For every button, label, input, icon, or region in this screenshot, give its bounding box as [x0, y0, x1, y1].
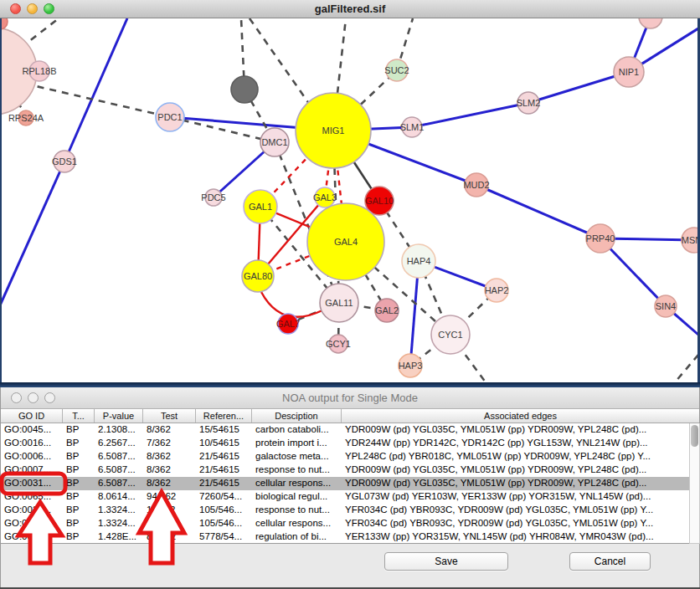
column-header-referen-[interactable]: Referen...	[196, 409, 252, 423]
table-cell: GO:0006...	[1, 450, 63, 464]
table-cell: 7260/54...	[196, 490, 252, 504]
network-edge	[528, 72, 629, 103]
table-cell: BP	[63, 450, 95, 464]
table-cell: GO:0007...	[1, 464, 63, 477]
table-row[interactable]: GO:0050...BP1.428E...80/3625778/54...reg…	[1, 530, 689, 544]
table-row[interactable]: GO:0031...BP1.3324...11/362105/546...cel…	[1, 517, 689, 530]
table-cell: YDR009W (pd) YGL035C, YML051W (pp) YDR00…	[342, 477, 689, 490]
network-node-corner-top-left[interactable]	[2, 18, 8, 29]
table-cell: YFR034C (pd) YBR093C, YDR009W (pd) YGL03…	[342, 517, 689, 530]
table-cell: carbon cataboli...	[252, 423, 342, 437]
node-label-gal2: GAL2	[375, 305, 399, 315]
node-label-mud2: MUD2	[463, 180, 489, 190]
node-label-gal3: GAL3	[313, 192, 337, 202]
column-header-p-value[interactable]: P-value	[95, 409, 143, 423]
table-cell: GO:0031...	[1, 517, 63, 530]
column-header-t-[interactable]: T...	[63, 409, 95, 423]
node-label-rpl18b: RPL18B	[23, 66, 57, 76]
table-cell: 6.2567...	[95, 437, 143, 450]
table-cell: 2.1308...	[95, 423, 143, 437]
node-label-slm2: SLM2	[517, 98, 541, 108]
table-cell: YER133W (pp) YOR315W, YNL145W (pd) YHR08…	[342, 530, 689, 544]
save-button[interactable]: Save	[384, 552, 508, 571]
network-edge	[675, 355, 697, 382]
table-cell: YFR034C (pd) YBR093C, YDR009W (pd) YGL03…	[342, 504, 689, 517]
node-label-rps24a: RPS24A	[8, 113, 44, 123]
table-cell: YDR244W (pp) YDR142C, YDR142C (pp) YGL15…	[342, 437, 689, 450]
table-cell: 15/54615	[196, 423, 252, 437]
table-cell: 11/362	[143, 504, 196, 517]
table-cell: GO:0031...	[1, 504, 63, 517]
table-row[interactable]: GO:0016...BP6.2567...7/36210/54615protei…	[1, 437, 689, 450]
main-window-titlebar: galFiltered.sif	[0, 0, 700, 18]
network-node-gray-node[interactable]	[231, 76, 258, 103]
table-cell: response to nut...	[252, 464, 342, 477]
column-header-test[interactable]: Test	[143, 409, 196, 423]
table-cell: cellular respons...	[252, 477, 342, 490]
table-row[interactable]: GO:0007...BP6.5087...8/36221/54615respon…	[1, 464, 689, 477]
node-label-gal80: GAL80	[244, 271, 272, 281]
table-row[interactable]: GO:0031...BP6.5087...8/36221/54615cellul…	[1, 477, 689, 490]
node-label-hap2: HAP2	[485, 285, 509, 295]
network-canvas[interactable]: RPL18BRPS24AGDS1PDC1PDC5DMC1MIG1SUC2SLM1…	[0, 18, 700, 382]
node-label-msn5: MSN5	[682, 235, 697, 245]
table-cell: cellular respons...	[252, 517, 342, 530]
table-cell: YDR009W (pd) YGL035C, YML051W (pp) YDR00…	[342, 464, 689, 477]
table-row[interactable]: GO:0045...BP2.1308...8/36215/54615carbon…	[1, 423, 689, 437]
cancel-button[interactable]: Cancel	[569, 552, 651, 571]
table-cell: 8/362	[143, 477, 196, 490]
network-node-top-pink[interactable]	[639, 18, 662, 28]
node-label-dmc1: DMC1	[261, 137, 287, 147]
table-cell: BP	[63, 530, 95, 544]
table-cell: 5778/54...	[196, 530, 252, 544]
network-edge	[250, 18, 311, 107]
network-edge	[261, 292, 322, 317]
vertical-scrollbar[interactable]	[689, 423, 700, 544]
table-cell: 6.5087...	[95, 464, 143, 477]
table-cell: GO:0065...	[1, 490, 63, 504]
table-cell: biological regul...	[252, 490, 342, 504]
table-row[interactable]: GO:0031...BP1.3324...11/362105/546...res…	[1, 504, 689, 517]
table-cell: 94/362	[143, 490, 196, 504]
network-edge	[412, 103, 528, 127]
table-cell: GO:0016...	[1, 437, 63, 450]
table-cell: YPL248C (pd) YBR018C, YML051W (pp) YDR00…	[342, 450, 689, 464]
table-cell: 11/362	[143, 517, 196, 530]
node-label-gds1: GDS1	[52, 156, 77, 166]
results-table[interactable]: GO:0045...BP2.1308...8/36215/54615carbon…	[1, 423, 689, 544]
results-table-header[interactable]: GO IDT...P-valueTestReferen...Desciption…	[1, 409, 699, 423]
table-row[interactable]: GO:0006...BP6.5087...8/36221/54615galact…	[1, 450, 689, 464]
column-header-desciption[interactable]: Desciption	[252, 409, 342, 423]
table-row[interactable]: GO:0065...BP8.0614...94/3627260/54...bio…	[1, 490, 689, 504]
table-cell: GO:0045...	[1, 423, 63, 437]
table-cell: 1.428E...	[95, 530, 143, 544]
table-cell: BP	[63, 517, 95, 530]
network-edge	[476, 185, 600, 238]
noa-window-title: NOA output for Single Mode	[1, 392, 699, 404]
table-cell: GO:0050...	[1, 530, 63, 544]
node-label-mig1: MIG1	[322, 125, 345, 136]
table-cell: 6.5087...	[95, 477, 143, 490]
table-cell: BP	[63, 477, 95, 490]
node-label-pdc1: PDC1	[157, 112, 182, 122]
table-cell: 6.5087...	[95, 450, 143, 464]
node-label-gal11: GAL11	[325, 298, 353, 308]
column-header-associated-edges[interactable]: Associated edges	[342, 409, 699, 423]
table-cell: 1.3324...	[95, 504, 143, 517]
main-window-title: galFiltered.sif	[0, 3, 700, 15]
node-label-pdc5: PDC5	[201, 192, 225, 202]
table-cell: GO:0031...	[1, 477, 63, 490]
node-label-cyc1: CYC1	[438, 330, 462, 340]
column-header-go-id[interactable]: GO ID	[1, 409, 63, 423]
table-cell: BP	[63, 437, 95, 450]
table-cell: protein import i...	[252, 437, 342, 450]
scrollbar-thumb[interactable]	[691, 425, 698, 447]
node-label-nip1: NIP1	[619, 67, 639, 77]
table-cell: response to nut...	[252, 504, 342, 517]
node-label-suc2: SUC2	[384, 65, 409, 75]
table-cell: 80/362	[143, 530, 196, 544]
table-cell: 10/54615	[196, 437, 252, 450]
node-label-gal4: GAL4	[334, 237, 358, 247]
table-cell: 21/54615	[196, 450, 252, 464]
network-edge	[2, 161, 64, 305]
